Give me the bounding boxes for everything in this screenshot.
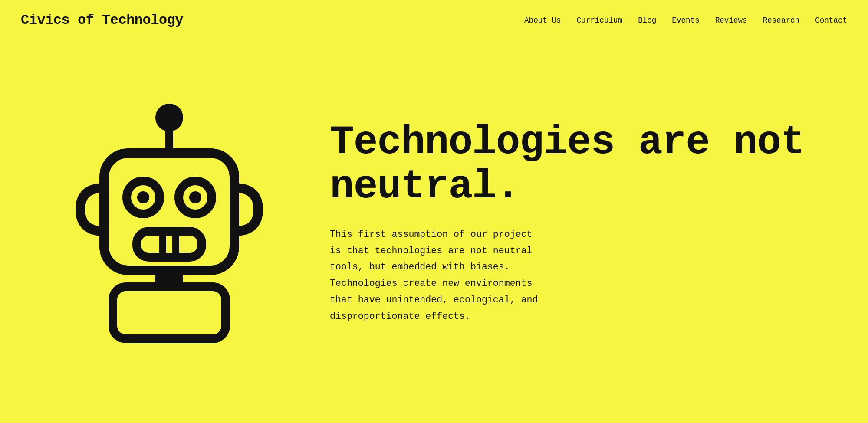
robot-icon xyxy=(56,101,282,344)
hero-body-text: This first assumption of our project is … xyxy=(330,226,538,325)
nav-blog[interactable]: Blog xyxy=(638,16,656,25)
nav-research[interactable]: Research xyxy=(763,16,799,25)
svg-point-6 xyxy=(189,191,201,203)
nav-reviews[interactable]: Reviews xyxy=(715,16,747,25)
hero-robot-image xyxy=(43,101,295,344)
hero-section: Technologies are not neutral. This first… xyxy=(0,40,868,413)
main-nav: About Us Curriculum Blog Events Reviews … xyxy=(524,16,847,25)
nav-curriculum[interactable]: Curriculum xyxy=(577,16,623,25)
svg-rect-2 xyxy=(104,153,234,270)
site-header: Civics of Technology About Us Curriculum… xyxy=(0,0,868,40)
svg-point-4 xyxy=(137,191,149,203)
svg-rect-7 xyxy=(137,231,202,257)
site-title[interactable]: Civics of Technology xyxy=(21,12,183,28)
svg-rect-11 xyxy=(113,287,226,339)
hero-text-content: Technologies are not neutral. This first… xyxy=(321,121,833,325)
nav-contact[interactable]: Contact xyxy=(815,16,847,25)
nav-about-us[interactable]: About Us xyxy=(524,16,561,25)
svg-point-1 xyxy=(155,104,183,131)
nav-events[interactable]: Events xyxy=(672,16,699,25)
hero-heading: Technologies are not neutral. xyxy=(330,121,833,209)
